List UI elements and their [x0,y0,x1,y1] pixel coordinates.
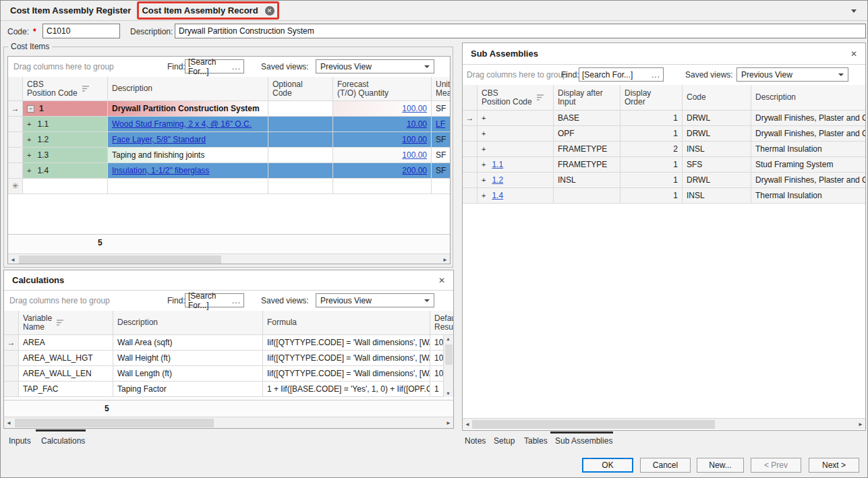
column-header-formula[interactable]: Formula [263,311,430,334]
column-header-description[interactable]: Description [751,85,866,110]
expand-icon[interactable]: + [482,176,486,184]
tab-inputs[interactable]: Inputs [9,436,31,446]
optional-code-cell[interactable] [268,117,333,131]
cost-items-hscrollbar[interactable]: ◄ ► [8,253,450,264]
cost-item-row-1-2[interactable]: +1.2 Face Layer, 5/8" Standard 100.00 SF [8,132,450,148]
scroll-right-icon[interactable]: ► [442,257,448,263]
scroll-right-icon[interactable]: ► [446,420,451,426]
column-header-cbs-position-code[interactable]: CBSPosition Code [23,77,108,100]
cost-item-row-1[interactable]: → −1 Drywall Partition Construction Syst… [8,101,450,117]
saved-views-select[interactable]: Previous View [316,59,434,73]
scrollbar-thumb[interactable] [19,256,221,264]
cost-item-new-row[interactable]: ✳ [8,179,450,194]
saved-views-select[interactable]: Previous View [736,67,848,82]
forecast-quantity-link[interactable]: 100.00 [402,104,427,113]
sub-assembly-row-1-2[interactable]: +1.2 INSL 1 DRWL Drywall Finishes, Plast… [463,173,865,188]
sub-assembly-row-opf[interactable]: + OPF 1 DRWL Drywall Finishes, Plaster a… [463,126,865,142]
search-input[interactable]: [Search For...] ... [185,293,244,307]
sub-assembly-row-frametype[interactable]: + FRAMETYPE 2 INSL Thermal Insulation [463,142,865,157]
close-icon[interactable]: ✕ [438,276,445,285]
scroll-right-icon[interactable]: ► [858,421,863,427]
sub-assembly-row-1-1[interactable]: +1.1 FRAMETYPE 1 SFS Stud Framing System [463,157,865,173]
cbs-code-link[interactable]: 1.1 [492,160,503,169]
cost-item-description-link[interactable]: Insulation, 1-1/2" fiberglass [112,166,209,175]
calculations-hscrollbar[interactable]: ◄ ► [4,417,453,428]
search-more-icon[interactable]: ... [232,62,241,71]
optional-code-cell[interactable] [268,179,333,193]
scroll-left-icon[interactable]: ◄ [6,420,11,426]
expand-icon[interactable]: + [482,114,486,122]
forecast-quantity-link[interactable]: 10.00 [407,119,427,129]
calculations-vscrollbar[interactable]: ▲ ▼ [443,335,453,397]
cost-item-row-1-1[interactable]: +1.1 Wood Stud Framing, 2 x 4, @ 16" O.C… [8,117,450,132]
search-input[interactable]: [Search For...] ... [579,67,664,82]
tab-sub-assemblies[interactable]: Sub Assemblies [555,436,612,446]
uom-link[interactable]: LF [436,119,445,129]
saved-views-select[interactable]: Previous View [316,293,434,307]
column-header-forecast-quantity[interactable]: Forecast(T/O) Quantity [333,77,432,100]
column-header-display-order[interactable]: DisplayOrder [620,85,683,110]
cost-item-row-1-3[interactable]: +1.3 Taping and finishing joints 100.00 … [8,148,450,163]
tab-cost-item-assembly-register[interactable]: Cost Item Assembly Register [10,5,131,16]
scrollbar-thumb[interactable] [445,345,453,365]
forecast-quantity-link[interactable]: 100.00 [402,150,427,160]
tab-tables[interactable]: Tables [524,436,548,446]
tab-notes[interactable]: Notes [465,436,486,446]
search-more-icon[interactable]: ... [232,296,241,305]
cost-item-description-link[interactable]: Wood Stud Framing, 2 x 4, @ 16" O.C. [112,119,252,129]
scrollbar-thumb[interactable] [15,419,214,427]
cancel-button[interactable]: Cancel [640,458,691,473]
tab-calculations[interactable]: Calculations [41,436,85,446]
collapse-icon[interactable]: − [27,105,34,113]
column-header-display-after-input[interactable]: Display afterInput [554,85,620,110]
forecast-cell[interactable] [333,179,432,193]
uom-cell[interactable] [432,179,451,193]
calculation-row-tap-fac[interactable]: TAP_FAC Taping Factor 1 + Iif([BASE.CODE… [4,382,453,397]
scroll-left-icon[interactable]: ◄ [465,421,470,427]
cost-item-row-1-4[interactable]: +1.4 Insulation, 1-1/2" fiberglass 200.0… [8,163,450,179]
column-header-cbs-position-code[interactable]: CBSPosition Code [478,85,554,110]
sub-assembly-row-base[interactable]: → + BASE 1 DRWL Drywall Finishes, Plaste… [463,111,865,126]
ok-button[interactable]: OK [582,458,633,473]
column-header-description[interactable]: Description [108,77,268,100]
scrollbar-thumb[interactable] [472,420,715,429]
forecast-quantity-link[interactable]: 100.00 [402,135,427,144]
column-header-unit-of-measure[interactable]: Unit ofMeasure [432,77,451,100]
expand-icon[interactable]: + [482,129,486,138]
next-button[interactable]: Next > [809,458,859,473]
scroll-up-icon[interactable]: ▲ [446,336,451,341]
tab-setup[interactable]: Setup [494,436,515,446]
tab-overflow-caret-icon[interactable] [851,9,857,13]
new-button[interactable]: New... [697,458,744,473]
close-icon[interactable]: ✕ [850,49,857,59]
code-field[interactable] [42,24,120,38]
calculation-row-area[interactable]: → AREA Wall Area (sqft) Iif([QTYTYPE.COD… [4,335,453,351]
search-input[interactable]: [Search For...] ... [185,59,244,73]
cbs-code-link[interactable]: 1.2 [492,175,503,185]
prev-button[interactable]: < Prev [751,458,801,473]
sub-assemblies-hscrollbar[interactable]: ◄ ► [463,418,865,429]
optional-code-cell[interactable] [268,101,333,116]
column-header-code[interactable]: Code [683,85,751,110]
expand-icon[interactable]: + [27,151,31,159]
sub-assembly-row-1-4[interactable]: +1.4 1 INSL Thermal Insulation [463,188,865,204]
calculation-row-area-wall-len[interactable]: AREA_WALL_LEN Wall Length (ft) Iif([QTYT… [4,366,453,382]
search-more-icon[interactable]: ... [652,70,660,80]
cbs-code-link[interactable]: 1.4 [492,191,503,200]
expand-icon[interactable]: + [482,191,486,200]
description-cell[interactable] [108,179,268,193]
optional-code-cell[interactable] [268,163,333,178]
expand-icon[interactable]: + [27,167,31,175]
forecast-quantity-link[interactable]: 200.00 [402,166,427,175]
expand-icon[interactable]: + [482,145,486,153]
description-field[interactable] [175,24,866,38]
scroll-left-icon[interactable]: ◄ [10,257,16,263]
expand-icon[interactable]: + [27,136,31,144]
tab-close-icon[interactable]: ✕ [265,6,274,16]
cbs-code-cell[interactable] [23,179,108,193]
column-header-variable-name[interactable]: VariableName [19,311,113,334]
column-header-optional-code[interactable]: OptionalCode [268,77,333,100]
scroll-down-icon[interactable]: ▼ [446,391,451,396]
column-header-description[interactable]: Description [113,311,263,334]
tab-cost-item-assembly-record[interactable]: Cost Item Assembly Record ✕ [137,1,279,20]
